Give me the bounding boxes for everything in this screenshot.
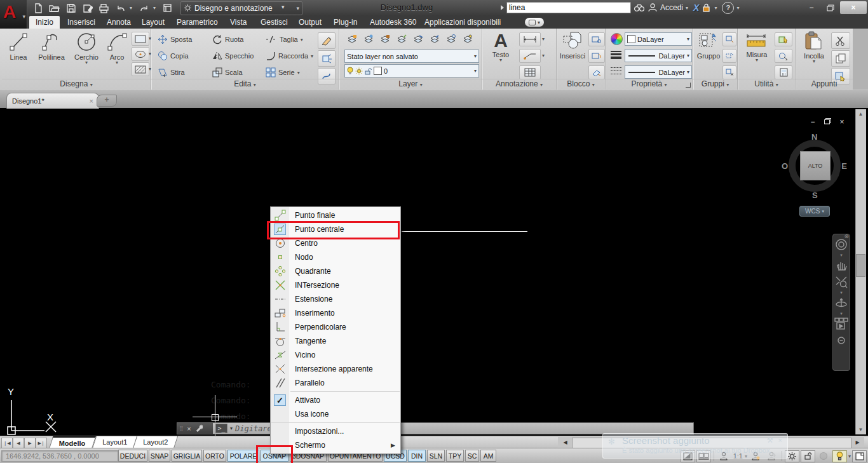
tab-plugin[interactable]: Plug-in	[327, 16, 363, 29]
panel-label-disegna[interactable]: Disegna ▾	[2, 79, 151, 89]
menu-item-nodo[interactable]: Nodo	[271, 250, 400, 264]
block-edit-button[interactable]	[588, 32, 605, 46]
prev-tab-button[interactable]: ◀	[13, 438, 24, 448]
ellipse-tool-button[interactable]	[132, 47, 149, 61]
color-wheel-icon[interactable]	[611, 33, 623, 45]
last-tab-button[interactable]: ▶❘	[36, 438, 47, 448]
rectangle-tool-button[interactable]	[132, 32, 149, 46]
chevron-down-icon[interactable]: ▾	[799, 60, 829, 64]
toast-settings-wrench-icon[interactable]: ⚒	[767, 436, 773, 445]
layer-freeze-button[interactable]	[409, 31, 426, 48]
taglia-button[interactable]: Taglia▾	[266, 33, 303, 46]
lineweight-icon[interactable]	[611, 50, 621, 59]
tab-inserisci[interactable]: Inserisci	[61, 16, 102, 29]
next-tab-button[interactable]: ▶	[24, 438, 36, 448]
save-as-button[interactable]	[80, 2, 95, 15]
polilinea-button[interactable]: Polilinea	[34, 31, 69, 61]
toggle-snap[interactable]: SNAP	[149, 450, 170, 462]
command-bar-grip[interactable]: ⣿ ×	[177, 423, 213, 434]
ungroup-button[interactable]	[722, 32, 736, 46]
drawing-close-button[interactable]: ×	[837, 117, 846, 126]
hatch-tool-button[interactable]	[132, 62, 149, 76]
tab-inizio[interactable]: Inizio	[29, 16, 60, 29]
block-attrib-button[interactable]	[588, 49, 605, 63]
sign-in-dropdown-icon[interactable]: ▾	[686, 5, 691, 11]
exchange-apps-icon[interactable]: X	[693, 3, 699, 13]
toggle-polare[interactable]: POLARE	[227, 450, 259, 462]
viewcube-west[interactable]: O	[782, 161, 788, 171]
layer-match-button[interactable]	[442, 31, 459, 48]
navbar-collapse-icon[interactable]	[834, 333, 848, 348]
clean-screen-button[interactable]	[852, 450, 867, 462]
open-file-button[interactable]	[47, 2, 62, 15]
scroll-left-icon[interactable]: ◀	[560, 438, 570, 447]
linea-button[interactable]: Linea	[4, 31, 32, 61]
command-close-icon[interactable]: ×	[187, 425, 191, 433]
chevron-down-icon[interactable]: ▾	[297, 70, 300, 76]
lineweight-combo[interactable]: DaLayer▾	[625, 49, 692, 62]
lock-apps-icon[interactable]	[702, 1, 712, 14]
show-motion-icon[interactable]	[834, 316, 848, 332]
scroll-right-icon[interactable]: ▶	[853, 438, 862, 447]
panel-label-proprieta[interactable]: Proprietà ▾	[606, 79, 693, 89]
menu-item-usa-icone[interactable]: Usa icone	[271, 407, 400, 421]
search-input[interactable]	[506, 2, 631, 13]
coordinates-readout[interactable]: 1646.9242, 536.7650 , 0.0000	[1, 450, 118, 462]
quick-calc-select-button[interactable]	[775, 49, 792, 63]
drawing-minimize-button[interactable]: −	[808, 117, 817, 126]
performance-tuner-icon[interactable]	[817, 450, 831, 462]
first-tab-button[interactable]: ❘◀	[1, 438, 13, 448]
chevron-down-icon[interactable]: ▾	[742, 58, 772, 62]
misura-button[interactable]: Misura ▾	[742, 31, 772, 62]
dialog-launcher-icon[interactable]	[686, 83, 691, 88]
chevron-down-icon[interactable]: ▾	[840, 253, 843, 257]
qat-customize-dropdown-icon[interactable]: ▾	[281, 4, 285, 10]
panel-label-blocco[interactable]: Blocco ▾	[557, 79, 605, 89]
isolate-objects-lightbulb-button[interactable]	[832, 450, 847, 462]
layer-isolate-button[interactable]	[376, 31, 393, 48]
tab-layout2[interactable]: Layout2	[133, 436, 178, 448]
toast-close-icon[interactable]: ×	[778, 436, 782, 445]
layer-unisolate-button[interactable]	[393, 31, 410, 48]
current-layer-combo[interactable]: 0 ▾	[344, 64, 479, 77]
tab-annota[interactable]: Annota	[100, 16, 137, 29]
tab-output[interactable]: Output	[292, 16, 328, 29]
chevron-down-icon[interactable]: ▾	[542, 53, 545, 58]
testo-button[interactable]: Testo ▾	[486, 31, 515, 62]
window-restore-button[interactable]	[821, 1, 840, 14]
help-dropdown-icon[interactable]: ▾	[736, 5, 742, 11]
lock-dropdown-icon[interactable]: ▾	[714, 5, 719, 11]
workspace-window-icon[interactable]	[160, 2, 175, 15]
inserisci-button[interactable]: Inserisci	[558, 31, 587, 60]
copia-button[interactable]: Copia	[158, 50, 189, 62]
window-close-button[interactable]: ×	[840, 1, 867, 14]
tab-vista[interactable]: Vista	[224, 16, 253, 29]
menu-item-estensione[interactable]: Estensione	[271, 292, 400, 306]
panel-label-edita[interactable]: Edita ▾	[151, 79, 339, 89]
toggle-din[interactable]: DIN	[408, 450, 426, 462]
tab-layout[interactable]: Layout	[135, 16, 171, 29]
toggle-am[interactable]: AM	[480, 450, 496, 462]
file-tab-disegno1[interactable]: Disegno1*×	[6, 93, 99, 109]
search-expand-icon[interactable]	[501, 5, 504, 10]
vertical-scroll-thumb[interactable]	[856, 254, 865, 277]
panel-label-appunti[interactable]: Appunti	[796, 79, 853, 89]
toggle-griglia[interactable]: GRIGLIA	[172, 450, 202, 462]
toggle-orto[interactable]: ORTO	[203, 450, 226, 462]
menu-item-tangente[interactable]: Tangente	[271, 334, 400, 348]
color-combo[interactable]: DaLayer▾	[625, 32, 692, 46]
menu-item-quadrante[interactable]: Quadrante	[271, 264, 400, 278]
wcs-menu-button[interactable]: WCS▾	[799, 206, 830, 217]
arco-button[interactable]: Arco ▾	[104, 31, 130, 65]
chevron-down-icon[interactable]: ▾	[301, 37, 303, 43]
menu-item-impostazioni[interactable]: Impostazioni...	[271, 424, 400, 438]
menu-item-intersezione-apparente[interactable]: Intersezione apparente	[271, 362, 400, 376]
window-minimize-button[interactable]: −	[802, 1, 821, 14]
orbit-icon[interactable]	[834, 295, 848, 311]
tab-parametrico[interactable]: Parametrico	[170, 16, 224, 29]
viewcube-top-face[interactable]: ALTO	[800, 151, 831, 180]
chevron-down-icon[interactable]: ▾	[230, 426, 233, 431]
binoculars-search-icon[interactable]	[634, 1, 645, 14]
chevron-down-icon[interactable]: ▾	[104, 61, 130, 65]
table-button[interactable]	[519, 65, 541, 79]
